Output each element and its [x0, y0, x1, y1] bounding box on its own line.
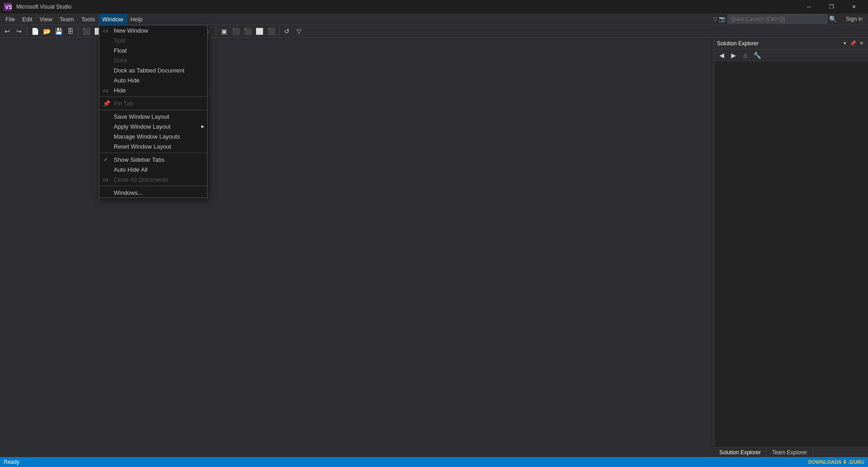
solution-explorer-title: Solution Explorer	[717, 40, 841, 47]
menu-auto-hide-all[interactable]: Auto Hide All	[99, 164, 207, 174]
window-dropdown-menu: ▭ New Window Split Float Dock Dock as Ta…	[99, 25, 208, 198]
new-project-button[interactable]: 📄	[29, 26, 40, 36]
downloads-guru-logo: DOWNLOADS ⬇ .GURU	[808, 459, 864, 465]
menu-reset-window-layout[interactable]: Reset Window Layout	[99, 141, 207, 151]
title-bar: VS Microsoft Visual Studio ─ ❐ ✕	[0, 0, 868, 14]
menu-sep-4	[99, 186, 207, 186]
menu-split: Split	[99, 35, 207, 45]
title-controls-menu: Sign in	[842, 16, 866, 22]
bottom-tabs: Solution Explorer Team Explorer	[714, 447, 868, 457]
hide-icon: ▭	[103, 87, 108, 94]
pin-icon: 📌	[103, 100, 110, 107]
menu-sep-3	[99, 153, 207, 153]
menu-tools[interactable]: Tools	[78, 14, 98, 25]
status-text: Ready	[4, 459, 19, 465]
tab-team-explorer[interactable]: Team Explorer	[766, 448, 813, 457]
menu-bar: File Edit View Team Tools Window Help ▽ …	[0, 14, 868, 25]
menu-float[interactable]: Float	[99, 45, 207, 55]
menu-windows[interactable]: Windows...	[99, 188, 207, 197]
new-window-icon: ▭	[103, 27, 108, 34]
toolbar-separator-5	[279, 27, 279, 35]
check-icon: ✓	[104, 157, 108, 163]
menu-hide[interactable]: ▭ Hide	[99, 85, 207, 95]
filter-icon: ▽	[713, 16, 717, 22]
restore-button[interactable]: ❐	[821, 0, 842, 14]
toolbar-separator-2	[78, 27, 78, 35]
title-bar-controls: ─ ❐ ✕	[798, 0, 864, 14]
tb-btn-20[interactable]: ⬛	[266, 26, 276, 36]
vs-logo-icon: VS	[4, 3, 12, 11]
app-title: Microsoft Visual Studio	[16, 4, 72, 10]
downloads-guru-text: DOWNLOADS ⬇ .GURU	[808, 459, 864, 465]
save-button[interactable]: 💾	[53, 26, 64, 36]
menu-view[interactable]: View	[36, 14, 56, 25]
menu-manage-window-layouts[interactable]: Manage Window Layouts	[99, 131, 207, 141]
minimize-button[interactable]: ─	[798, 0, 819, 14]
menu-team[interactable]: Team	[56, 14, 78, 25]
camera-icon: 📷	[719, 16, 726, 22]
tb-btn-21[interactable]: ↺	[281, 26, 292, 36]
solution-explorer-header: Solution Explorer ▾ 📌 ✕	[714, 38, 868, 49]
se-forward-button[interactable]: ▶	[728, 50, 739, 60]
menu-new-window[interactable]: ▭ New Window	[99, 25, 207, 35]
tb-btn-22[interactable]: ▽	[293, 26, 304, 36]
right-panel: Solution Explorer ▾ 📌 ✕ ◀ ▶ ⌂ 🔧	[714, 38, 868, 457]
open-button[interactable]: 📂	[41, 26, 52, 36]
tab-solution-explorer[interactable]: Solution Explorer	[714, 448, 766, 457]
menu-pin-tab: 📌 Pin Tab	[99, 98, 207, 108]
se-close-button[interactable]: ✕	[857, 39, 865, 48]
status-bar: Ready DOWNLOADS ⬇ .GURU	[0, 457, 868, 467]
left-sidebar	[0, 38, 10, 457]
menu-sep-1	[99, 96, 207, 97]
svg-text:VS: VS	[5, 4, 12, 10]
se-back-button[interactable]: ◀	[716, 50, 727, 60]
tb-btn-16[interactable]: ▣	[218, 26, 229, 36]
se-pin-button[interactable]: ▾	[841, 39, 849, 48]
close-all-icon: ▭	[103, 176, 108, 183]
se-home-button[interactable]: ⌂	[740, 50, 751, 60]
menu-file[interactable]: File	[2, 14, 19, 25]
se-dock-button[interactable]: 📌	[849, 39, 857, 48]
toolbar-separator-4	[216, 27, 216, 35]
toolbar-separator-1	[27, 27, 27, 35]
menu-sep-2	[99, 110, 207, 110]
menu-auto-hide[interactable]: Auto Hide	[99, 75, 207, 85]
menu-save-window-layout[interactable]: Save Window Layout	[99, 111, 207, 121]
signin-button[interactable]: Sign in	[842, 16, 866, 22]
tb-btn-18[interactable]: ⬛	[242, 26, 253, 36]
menu-window[interactable]: Window	[98, 14, 126, 25]
undo-button[interactable]: ↩	[2, 26, 13, 36]
menu-dock: Dock	[99, 55, 207, 65]
search-icon: 🔍	[829, 15, 837, 23]
close-button[interactable]: ✕	[844, 0, 864, 14]
quick-launch-area: ▽ 📷 🔍	[713, 14, 837, 24]
menu-help[interactable]: Help	[127, 14, 146, 25]
menu-dock-tabbed[interactable]: Dock as Tabbed Document	[99, 65, 207, 75]
tb-btn-5[interactable]: ⬛	[81, 26, 92, 36]
save-all-button[interactable]: 🗄	[65, 26, 76, 36]
menu-show-sidebar-tabs[interactable]: ✓ Show Sidebar Tabs	[99, 154, 207, 164]
menu-apply-window-layout[interactable]: Apply Window Layout	[99, 121, 207, 131]
menu-edit[interactable]: Edit	[19, 14, 36, 25]
se-settings-button[interactable]: 🔧	[752, 50, 762, 60]
menu-close-all-documents: ▭ Close All Documents	[99, 174, 207, 184]
solution-explorer-toolbar: ◀ ▶ ⌂ 🔧	[714, 49, 868, 61]
tb-btn-17[interactable]: ⬛	[230, 26, 241, 36]
quick-launch-input[interactable]	[727, 14, 827, 24]
redo-button[interactable]: ↪	[14, 26, 24, 36]
tb-btn-19[interactable]: ⬜	[254, 26, 265, 36]
